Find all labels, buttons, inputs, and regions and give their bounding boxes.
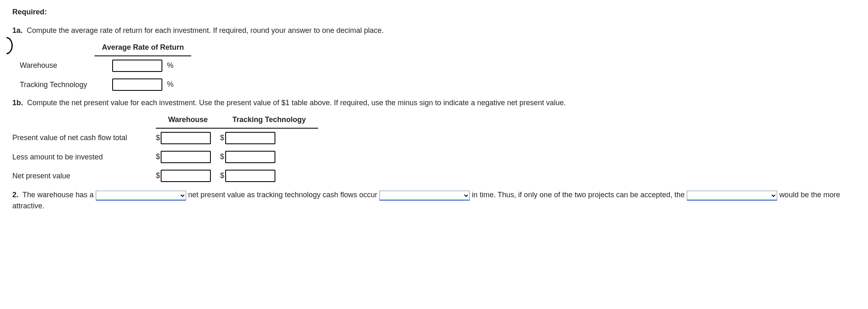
arr-row-label: Warehouse [12, 56, 95, 75]
warehouse-arr-input[interactable] [112, 60, 162, 72]
dollar-prefix: $ [220, 152, 224, 161]
npv-row-label: Present value of net cash flow total [12, 128, 156, 148]
tracking-arr-input[interactable] [112, 78, 162, 91]
required-heading: Required: [12, 7, 868, 18]
table-row: Tracking Technology % [12, 75, 191, 94]
answer-marker-arc [0, 37, 13, 54]
q1a-number: 1a. [12, 26, 23, 35]
dollar-prefix: $ [156, 134, 160, 142]
dollar-prefix: $ [220, 134, 224, 142]
npv-table: Warehouse Tracking Technology Present va… [12, 112, 318, 185]
q2-number: 2. [12, 191, 18, 199]
percent-suffix: % [167, 61, 173, 69]
table-row: Net present value $ $ [12, 166, 318, 185]
question-1b: 1b. Compute the net present value for ea… [12, 97, 868, 108]
question-2: 2. The warehouse has a net present value… [12, 189, 855, 212]
q1a-text: Compute the average rate of return for e… [27, 26, 383, 35]
dollar-prefix: $ [156, 152, 160, 161]
warehouse-invest-input[interactable] [161, 151, 211, 163]
npv-col2-header: Tracking Technology [220, 112, 319, 128]
q1b-number: 1b. [12, 99, 23, 107]
table-row: Less amount to be invested $ $ [12, 148, 318, 166]
q2-part2: net present value as tracking technology… [188, 191, 377, 199]
npv-row-label: Net present value [12, 166, 156, 185]
tracking-invest-input[interactable] [225, 151, 275, 163]
npv-col1-header: Warehouse [156, 112, 220, 128]
dollar-prefix: $ [156, 171, 160, 180]
percent-suffix: % [167, 80, 173, 88]
npv-row-label: Less amount to be invested [12, 148, 156, 166]
arr-table: Average Rate of Return Warehouse % Track… [12, 39, 191, 94]
q2-dropdown-3[interactable] [687, 191, 777, 201]
q2-part3: in time. Thus, if only one of the two pr… [472, 191, 685, 199]
dollar-prefix: $ [220, 171, 224, 180]
table-row: Present value of net cash flow total $ $ [12, 128, 318, 148]
q2-part1: The warehouse has a [23, 191, 94, 199]
tracking-npv-input[interactable] [225, 170, 275, 182]
warehouse-npv-input[interactable] [161, 170, 211, 182]
warehouse-pv-input[interactable] [161, 132, 211, 144]
q2-dropdown-2[interactable] [379, 191, 470, 201]
arr-table-header: Average Rate of Return [95, 39, 191, 56]
q1b-text: Compute the net present value for each i… [27, 99, 566, 107]
question-1a: 1a. Compute the average rate of return f… [12, 25, 868, 36]
tracking-pv-input[interactable] [225, 132, 275, 144]
q2-dropdown-1[interactable] [96, 191, 186, 201]
arr-row-label: Tracking Technology [12, 75, 95, 94]
table-row: Warehouse % [12, 56, 191, 75]
